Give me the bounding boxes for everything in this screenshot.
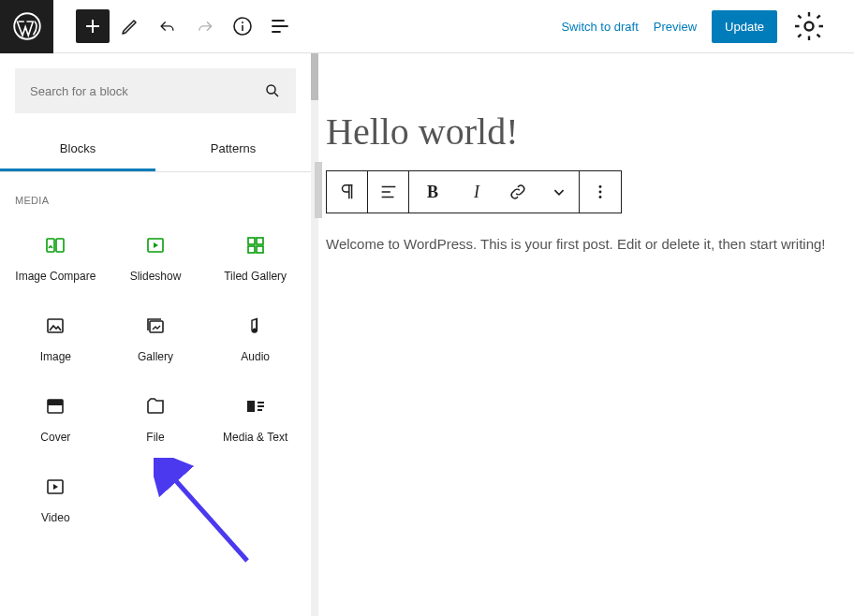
block-label: Image: [40, 350, 71, 363]
image-compare-icon: [44, 234, 66, 257]
block-search-input[interactable]: [30, 84, 264, 98]
add-block-button[interactable]: [76, 9, 110, 43]
block-grid: Image Compare Slideshow Tiled Gallery Im…: [0, 215, 311, 534]
tab-patterns[interactable]: Patterns: [155, 128, 311, 171]
toolbar-right: Switch to draft Preview Update: [561, 9, 854, 43]
block-image-compare[interactable]: Image Compare: [7, 215, 104, 292]
align-button[interactable]: [368, 171, 409, 213]
block-label: Tiled Gallery: [224, 270, 287, 283]
svg-point-21: [599, 196, 602, 198]
svg-rect-16: [48, 400, 63, 405]
block-file[interactable]: File: [108, 376, 204, 453]
top-toolbar: Switch to draft Preview Update: [0, 0, 854, 53]
block-label: Cover: [40, 431, 70, 444]
file-icon: [144, 395, 167, 418]
svg-rect-8: [248, 238, 255, 244]
info-button[interactable]: [226, 9, 259, 43]
redo-icon: [194, 15, 216, 37]
svg-point-14: [252, 329, 257, 333]
svg-point-3: [805, 22, 814, 31]
block-label: File: [146, 431, 164, 444]
kebab-icon: [590, 182, 611, 202]
block-gallery[interactable]: Gallery: [108, 296, 204, 373]
bold-icon: B: [427, 183, 438, 202]
block-label: Media & Text: [223, 431, 287, 444]
audio-icon: [244, 315, 267, 337]
switch-draft-button[interactable]: Switch to draft: [561, 20, 638, 34]
block-inserter-sidebar: Blocks Patterns MEDIA Image Compare Slid…: [0, 53, 311, 616]
cover-icon: [44, 395, 66, 418]
scrollbar-thumb[interactable]: [311, 53, 318, 100]
post-title[interactable]: Hello world!: [326, 110, 854, 154]
settings-button[interactable]: [792, 9, 826, 43]
block-search[interactable]: [15, 68, 296, 113]
italic-button[interactable]: I: [456, 171, 497, 213]
undo-icon: [156, 15, 179, 37]
block-tiled-gallery[interactable]: Tiled Gallery: [207, 215, 303, 292]
link-icon: [508, 182, 528, 202]
paragraph-type-button[interactable]: [327, 171, 368, 213]
block-slideshow[interactable]: Slideshow: [108, 215, 204, 292]
svg-point-19: [599, 185, 602, 188]
update-button[interactable]: Update: [712, 10, 777, 43]
block-label: Audio: [241, 350, 270, 363]
slideshow-icon: [144, 234, 167, 257]
italic-icon: I: [474, 183, 479, 202]
block-options-button[interactable]: [580, 171, 621, 213]
block-label: Slideshow: [130, 270, 182, 283]
inserter-tabs: Blocks Patterns: [0, 128, 311, 172]
svg-rect-11: [257, 246, 263, 253]
block-media-text[interactable]: Media & Text: [207, 376, 303, 453]
tab-blocks[interactable]: Blocks: [0, 128, 155, 171]
block-label: Video: [41, 511, 69, 524]
bold-button[interactable]: B: [409, 171, 456, 213]
tools-button[interactable]: [113, 9, 147, 43]
media-text-icon: [244, 395, 267, 418]
gallery-icon: [144, 315, 167, 337]
svg-point-4: [267, 85, 275, 94]
outline-icon: [269, 15, 291, 37]
pilcrow-icon: [337, 182, 358, 202]
svg-point-2: [242, 22, 243, 23]
info-icon: [231, 15, 254, 37]
block-label: Image Compare: [15, 270, 96, 283]
plus-icon: [81, 15, 104, 37]
pencil-icon: [119, 15, 141, 37]
search-icon: [264, 82, 281, 99]
section-heading-media: MEDIA: [0, 172, 311, 215]
post-paragraph[interactable]: Welcome to WordPress. This is your first…: [326, 234, 854, 256]
undo-button[interactable]: [151, 9, 184, 43]
redo-button[interactable]: [188, 9, 222, 43]
block-video[interactable]: Video: [7, 457, 104, 534]
svg-rect-13: [150, 321, 163, 332]
wordpress-icon: [13, 12, 41, 40]
toolbar-left: [53, 9, 297, 43]
chevron-down-icon: [549, 182, 569, 202]
svg-rect-10: [248, 246, 255, 253]
block-cover[interactable]: Cover: [7, 376, 104, 453]
svg-rect-9: [257, 238, 263, 244]
gear-icon: [792, 9, 826, 43]
block-audio[interactable]: Audio: [207, 296, 303, 373]
editor-canvas[interactable]: Hello world! B I We: [318, 53, 854, 616]
svg-rect-17: [247, 401, 255, 412]
image-icon: [44, 315, 66, 337]
wp-logo[interactable]: [0, 0, 53, 53]
video-icon: [44, 476, 66, 498]
block-handle[interactable]: [315, 162, 322, 218]
more-icon-partial: [841, 9, 847, 43]
more-format-button[interactable]: [538, 171, 580, 213]
block-image[interactable]: Image: [7, 296, 104, 373]
link-button[interactable]: [497, 171, 538, 213]
block-toolbar: B I: [326, 170, 622, 213]
outline-button[interactable]: [263, 9, 297, 43]
align-left-icon: [378, 182, 399, 202]
svg-point-20: [599, 191, 602, 194]
tiled-gallery-icon: [244, 234, 267, 257]
preview-button[interactable]: Preview: [654, 20, 697, 34]
sidebar-scrollbar[interactable]: [311, 53, 318, 616]
block-label: Gallery: [138, 350, 173, 363]
svg-rect-6: [56, 239, 64, 252]
